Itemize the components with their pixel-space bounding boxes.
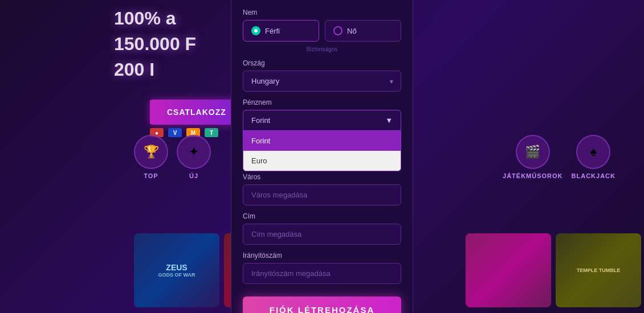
country-group: Ország Hungary Austria Germany Romania: [243, 59, 401, 92]
gender-group: Nem Férfi Nő Biztonságos: [243, 9, 401, 52]
gender-options: Férfi Nő: [243, 20, 401, 42]
category-jatekmusorok[interactable]: 🎬 JÁTÉKMŰSOROK: [503, 135, 563, 179]
city-group: Város: [243, 173, 401, 205]
temple-tumble-card[interactable]: TEMPLE TUMBLE: [556, 233, 641, 307]
no-label: Nő: [347, 27, 357, 35]
city-label: Város: [243, 173, 401, 181]
zeus-hades-card[interactable]: ZEUS GODS OF WAR: [134, 233, 219, 307]
jatekmusorok-icon: 🎬: [516, 135, 550, 169]
top-label: TOP: [144, 172, 158, 179]
right-categories: 🎬 JÁTÉKMŰSOROK ♠ BLACKJACK: [503, 135, 616, 179]
ferfi-radio[interactable]: [251, 26, 260, 35]
currency-dropdown-list: Forint Euro: [243, 131, 401, 171]
uj-icon: ✦: [177, 135, 211, 169]
ferfi-radio-inner: [254, 29, 258, 32]
bottom-game-cards-right: TEMPLE TUMBLE: [466, 233, 641, 307]
zip-group: Irányítószám: [243, 252, 401, 284]
join-button[interactable]: CSATLAKOZZ: [150, 100, 241, 125]
zip-label: Irányítószám: [243, 252, 401, 260]
category-blackjack[interactable]: ♠ BLACKJACK: [572, 135, 616, 179]
pink-game-card[interactable]: [466, 233, 551, 307]
security-label: Biztonságos: [243, 46, 401, 52]
currency-option-euro[interactable]: Euro: [243, 151, 401, 171]
address-label: Cím: [243, 212, 401, 220]
jatekmusorok-label: JÁTÉKMŰSOROK: [503, 172, 563, 179]
address-group: Cím: [243, 212, 401, 245]
blackjack-label: BLACKJACK: [572, 172, 616, 179]
ferfi-label: Férfi: [265, 27, 280, 35]
currency-selected-value: Forint: [251, 116, 270, 125]
gender-no[interactable]: Nő: [325, 20, 401, 42]
currency-select-header[interactable]: Forint ▼: [243, 110, 401, 131]
address-input[interactable]: [243, 224, 401, 245]
gender-ferfi[interactable]: Férfi: [243, 20, 319, 42]
country-select[interactable]: Hungary Austria Germany Romania: [243, 71, 401, 92]
left-categories: 🏆 TOP ✦ ÚJ: [134, 135, 211, 179]
zip-input[interactable]: [243, 263, 401, 284]
promo-text: 100% a 150.000 F 200 I: [114, 6, 196, 82]
create-account-button[interactable]: FIÓK LÉTREHOZÁSA: [243, 296, 401, 313]
category-top[interactable]: 🏆 TOP: [134, 135, 168, 179]
blackjack-icon: ♠: [576, 135, 610, 169]
currency-label: Pénznem: [243, 98, 401, 106]
uj-label: ÚJ: [189, 172, 198, 179]
currency-option-forint[interactable]: Forint: [243, 131, 401, 151]
top-icon: 🏆: [134, 135, 168, 169]
registration-modal: Nem Férfi Nő Biztonságos Ország Hungary …: [231, 0, 413, 313]
no-radio[interactable]: [333, 26, 343, 35]
country-select-wrapper: Hungary Austria Germany Romania: [243, 71, 401, 92]
category-uj[interactable]: ✦ ÚJ: [177, 135, 211, 179]
currency-group: Pénznem Forint ▼ Forint Euro: [243, 98, 401, 131]
currency-chevron-icon: ▼: [385, 116, 393, 125]
gender-label: Nem: [243, 9, 401, 17]
city-input[interactable]: [243, 184, 401, 205]
country-label: Ország: [243, 59, 401, 67]
